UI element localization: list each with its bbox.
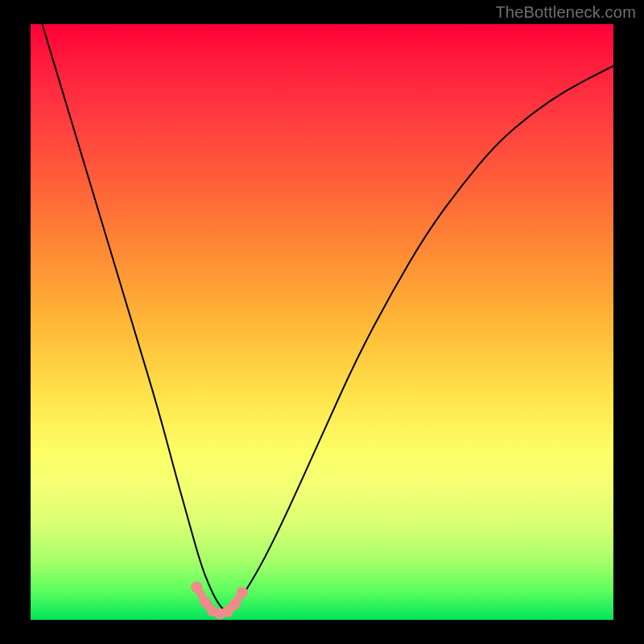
watermark-text: TheBottleneck.com — [495, 3, 636, 22]
chart-svg — [31, 24, 613, 620]
optimal-range-markers — [191, 581, 247, 619]
chart-frame: TheBottleneck.com — [0, 0, 644, 644]
marker-dot — [229, 599, 240, 610]
marker-dot — [237, 587, 248, 598]
marker-dot — [200, 597, 211, 608]
plot-area — [31, 24, 613, 620]
bottleneck-curve — [42, 24, 613, 611]
marker-dot — [191, 581, 202, 592]
